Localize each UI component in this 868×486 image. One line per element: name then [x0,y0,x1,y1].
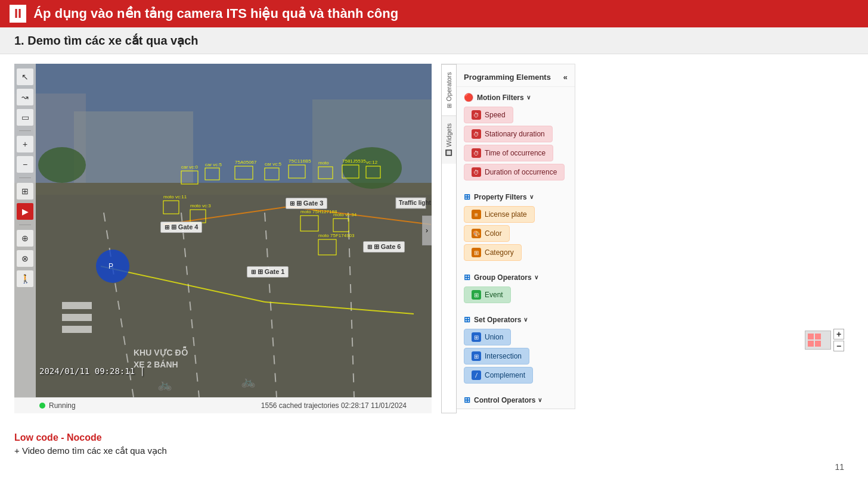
section-motion-filters: 🔴 Motion Filters ∨ ⏱ Speed ⏱ Stationary … [457,87,575,186]
tool-separator-1 [19,130,31,131]
chip-speed-label: Speed [485,111,506,119]
section-title: 1. Demo tìm các xe cắt qua vạch [0,27,868,54]
programming-panel: Programming Elements « 🔴 Motion Filters … [456,64,575,409]
tool-crosshair[interactable]: ⊕ [17,230,33,247]
widgets-tab[interactable]: 🔲 Widgets [442,116,456,164]
video-left-tools: ↖ ↝ ▭ + − ⊞ ▶ ⊕ ⊗ 🚶 [14,64,36,397]
gate-label-6: ⊞ Gate 6 [363,241,405,253]
color-icon: 🎨 [472,229,481,238]
low-code-desc: + Video demo tìm các xe cắt qua vạch [14,446,854,456]
chip-complement-label: Complement [485,371,525,379]
group-operators-header[interactable]: ⊞ Group Operators ∨ [457,270,575,284]
svg-point-6 [342,147,402,189]
video-container: ↖ ↝ ▭ + − ⊞ ▶ ⊕ ⊗ 🚶 [14,64,432,413]
gate-label-1: ⊞ Gate 1 [247,266,289,278]
operators-tab[interactable]: ⊞ Operators [442,64,456,116]
chip-event[interactable]: ⊞ Event [464,286,511,303]
gate-label-3: ⊞ Gate 3 [286,198,327,209]
header-title: Áp dụng vào nền tảng camera ITS hiệu quả… [33,6,398,21]
motion-filters-header[interactable]: 🔴 Motion Filters ∨ [457,91,575,104]
minimap-plus-btn[interactable]: + [833,329,844,339]
intersection-icon: ⊞ [472,351,481,361]
status-bar: Running 1556 cached trajectories 02:28:1… [14,397,432,413]
set-operators-header[interactable]: ⊞ Set Operators ∨ [457,313,575,326]
header-bar: II Áp dụng vào nền tảng camera ITS hiệu … [0,0,868,27]
chip-duration-of-occurrence[interactable]: ⏱ Duration of occurrence [464,164,565,180]
group-operators-chevron: ∨ [534,274,538,281]
tool-zoom-out[interactable]: − [17,156,33,173]
page-number: 11 [835,462,844,472]
set-operators-chevron: ∨ [523,316,528,323]
low-code-title: Low code - Nocode [14,432,854,443]
category-icon: ⊞ [472,248,481,257]
panel-header: Programming Elements « [457,69,575,87]
svg-text:🚲: 🚲 [157,377,172,391]
svg-text:moto vc:11: moto vc:11 [163,194,187,200]
chip-category-label: Category [485,248,514,257]
panel-title: Programming Elements [464,73,551,82]
set-operators-icon: ⊞ [464,315,470,324]
svg-rect-3 [74,111,193,183]
chip-speed[interactable]: ⏱ Speed [464,107,513,123]
tool-person[interactable]: 🚶 [17,270,33,287]
chip-intersection-label: Intersection [485,352,522,360]
section-group-operators: ⊞ Group Operators ∨ ⊞ Event [457,267,575,309]
union-icon: ⊞ [472,332,481,342]
chip-complement[interactable]: / Complement [464,367,533,384]
tool-play[interactable]: ▶ [17,203,33,220]
section-property-filters: ⊞ Property Filters ∨ ≡ License plate 🎨 C… [457,186,575,267]
svg-text:75C116B5: 75C116B5 [289,158,311,164]
control-operators-label: Control Operators [474,396,535,404]
svg-text:vc:12: vc:12 [366,160,378,165]
stationary-icon: ⏱ [472,129,481,139]
running-indicator [39,403,45,409]
complement-icon: / [472,370,481,380]
chip-union[interactable]: ⊞ Union [464,329,511,345]
main-content: ↖ ↝ ▭ + − ⊞ ▶ ⊕ ⊗ 🚶 [0,54,868,423]
right-expand-btn[interactable]: › [422,216,432,245]
set-operators-label: Set Operators [474,316,521,324]
chip-license-plate[interactable]: ≡ License plate [464,206,535,223]
svg-text:car vc:0: car vc:0 [181,164,199,170]
speed-icon: ⏱ [472,110,481,120]
property-filters-items: ≡ License plate 🎨 Color ⊞ Category [457,204,575,263]
motion-filters-icon: 🔴 [464,93,473,102]
tool-zoom-in[interactable]: + [17,136,33,152]
video-wrapper: ↖ ↝ ▭ + − ⊞ ▶ ⊕ ⊗ 🚶 [14,64,432,397]
minimap-controls-area: + − [805,329,844,351]
svg-text:75A05067: 75A05067 [235,160,257,165]
section-set-operators: ⊞ Set Operators ∨ ⊞ Union ⊞ Intersection… [457,309,575,390]
svg-rect-13 [62,314,92,321]
tool-cursor[interactable]: ↖ [17,68,33,85]
tool-layers[interactable]: ⊗ [17,250,33,267]
status-running: Running [39,401,76,410]
svg-text:7581J5535: 7581J5535 [342,158,366,164]
chip-time-of-occurrence[interactable]: ⏱ Time of occurrence [464,145,553,161]
right-panel-wrapper: ⊞ Operators 🔲 Widgets Programming Elemen… [441,64,854,413]
chip-category[interactable]: ⊞ Category [464,244,522,261]
svg-text:KHU VỰC ĐỖ: KHU VỰC ĐỖ [134,346,188,357]
set-operators-items: ⊞ Union ⊞ Intersection / Complement [457,326,575,386]
control-operators-header[interactable]: ⊞ Control Operators ∨ [457,393,575,407]
chip-stationary-duration[interactable]: ⏱ Stationary duration [464,126,553,142]
collapse-icon[interactable]: « [563,73,568,82]
chip-intersection[interactable]: ⊞ Intersection [464,348,529,364]
motion-filters-items: ⏱ Speed ⏱ Stationary duration ⏱ Time of … [457,104,575,183]
group-operators-label: Group Operators [474,273,532,282]
event-icon: ⊞ [472,290,481,300]
chip-color[interactable]: 🎨 Color [464,225,510,242]
svg-text:moto: moto [318,160,329,166]
property-filters-header[interactable]: ⊞ Property Filters ∨ [457,190,575,204]
section-control-operators: ⊞ Control Operators ∨ > Volume [457,390,575,409]
side-tabs-container: ⊞ Operators 🔲 Widgets [441,64,457,413]
tool-rect[interactable]: ▭ [17,109,33,126]
chip-color-label: Color [485,229,502,238]
svg-text:moto 75H127188: moto 75H127188 [300,209,337,214]
minimap-minus-btn[interactable]: − [833,341,844,351]
group-operators-icon: ⊞ [464,273,470,282]
tool-path[interactable]: ↝ [17,89,33,105]
bottom-section: Low code - Nocode + Video demo tìm các x… [0,423,868,466]
tool-grid[interactable]: ⊞ [17,183,33,200]
chip-stationary-label: Stationary duration [485,130,545,138]
property-filters-chevron: ∨ [529,194,534,200]
